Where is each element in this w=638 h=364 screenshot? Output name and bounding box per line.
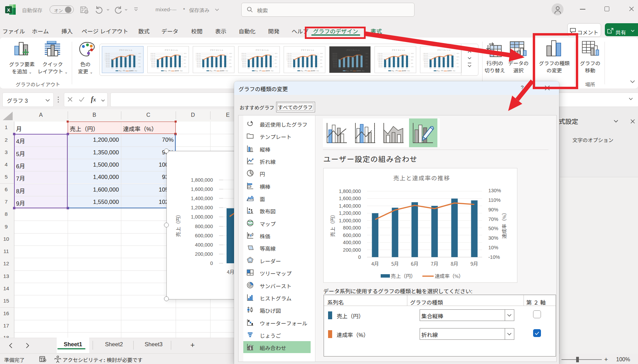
svg-text:4月: 4月 [371, 260, 379, 267]
svg-text:10%: 10% [488, 245, 498, 250]
svg-text:200,000: 200,000 [343, 247, 361, 253]
svg-text:7月: 7月 [431, 260, 438, 267]
svg-text:110%: 110% [488, 197, 501, 203]
svg-text:4月: 4月 [227, 268, 234, 275]
svg-text:0: 0 [210, 261, 213, 266]
svg-text:30%: 30% [488, 235, 498, 241]
svg-text:800,000: 800,000 [195, 224, 213, 229]
svg-text:1,600,000: 1,600,000 [191, 186, 213, 192]
svg-text:売上と達成率の推移: 売上と達成率の推移 [393, 173, 450, 182]
svg-text:0: 0 [358, 254, 361, 260]
svg-text:1,600,000: 1,600,000 [339, 196, 361, 201]
svg-text:達成率（%）: 達成率（%） [500, 210, 507, 239]
svg-text:70%: 70% [488, 216, 498, 222]
svg-text:1,800,000: 1,800,000 [191, 177, 213, 183]
svg-text:売上（円）: 売上（円） [174, 212, 181, 237]
svg-text:8月: 8月 [451, 260, 459, 267]
svg-text:1,800,000: 1,800,000 [339, 188, 361, 194]
svg-text:90%: 90% [488, 207, 498, 212]
svg-text:800,000: 800,000 [343, 225, 361, 230]
svg-text:9月: 9月 [471, 260, 478, 267]
svg-text:200,000: 200,000 [195, 251, 213, 257]
svg-text:-10%: -10% [488, 254, 500, 260]
svg-text:1,000,000: 1,000,000 [191, 214, 213, 220]
svg-text:600,000: 600,000 [195, 233, 213, 238]
svg-text:X: X [7, 8, 10, 13]
svg-text:130%: 130% [488, 188, 501, 193]
svg-text:6月: 6月 [411, 260, 419, 267]
svg-text:50%: 50% [488, 226, 498, 231]
svg-text:1,000,000: 1,000,000 [339, 218, 361, 223]
svg-text:5月: 5月 [391, 260, 399, 267]
svg-text:400,000: 400,000 [343, 240, 361, 245]
svg-text:400,000: 400,000 [195, 242, 213, 248]
svg-text:1,400,000: 1,400,000 [191, 196, 213, 201]
svg-text:1,400,000: 1,400,000 [339, 203, 361, 209]
svg-text:1,200,000: 1,200,000 [339, 210, 361, 216]
svg-text:売上（円）: 売上（円） [391, 272, 416, 279]
svg-text:1,200,000: 1,200,000 [191, 205, 213, 210]
svg-text:売上（円）: 売上（円） [329, 212, 336, 237]
svg-text:達成率（%）: 達成率（%） [435, 272, 464, 279]
svg-text:600,000: 600,000 [343, 233, 361, 238]
